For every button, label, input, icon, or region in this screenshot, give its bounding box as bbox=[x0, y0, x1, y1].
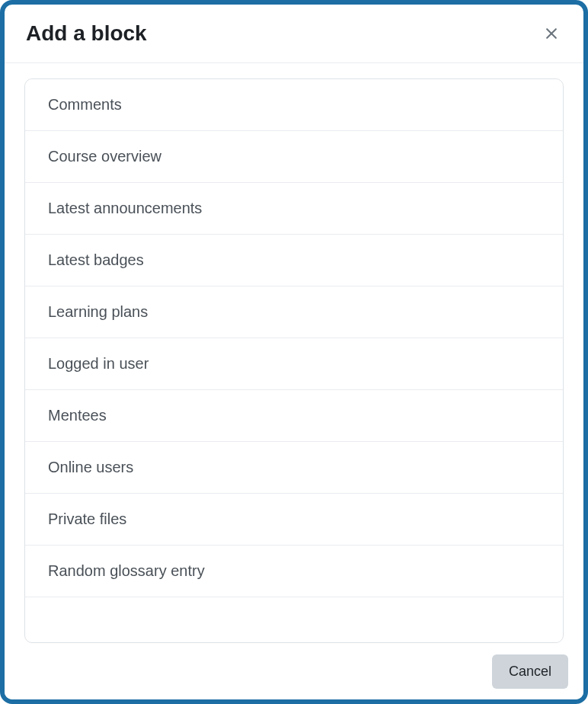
close-button[interactable] bbox=[541, 23, 562, 44]
block-item-mentees[interactable]: Mentees bbox=[25, 390, 563, 442]
block-item-label: Online users bbox=[48, 459, 133, 475]
block-item-learning-plans[interactable]: Learning plans bbox=[25, 286, 563, 338]
block-item-label: Learning plans bbox=[48, 303, 148, 320]
block-item-private-files[interactable]: Private files bbox=[25, 494, 563, 546]
modal-header: Add a block bbox=[5, 5, 583, 63]
block-item-label: Latest announcements bbox=[48, 200, 202, 216]
block-item-online-users[interactable]: Online users bbox=[25, 442, 563, 494]
modal-title: Add a block bbox=[26, 21, 147, 46]
add-block-modal: Add a block Comments Course overview Lat… bbox=[0, 0, 588, 704]
block-item-latest-announcements[interactable]: Latest announcements bbox=[25, 183, 563, 235]
block-item-comments[interactable]: Comments bbox=[25, 79, 563, 131]
modal-footer: Cancel bbox=[5, 643, 583, 699]
block-item-label: Private files bbox=[48, 510, 126, 527]
block-item-label: Course overview bbox=[48, 148, 161, 165]
block-item-label: Comments bbox=[48, 96, 122, 113]
close-icon bbox=[544, 26, 559, 41]
block-item-label: Mentees bbox=[48, 407, 107, 424]
block-item-latest-badges[interactable]: Latest badges bbox=[25, 235, 563, 286]
block-item-label: Logged in user bbox=[48, 355, 149, 372]
modal-body: Comments Course overview Latest announce… bbox=[5, 63, 583, 643]
block-item-course-overview[interactable]: Course overview bbox=[25, 131, 563, 183]
block-list: Comments Course overview Latest announce… bbox=[24, 78, 564, 643]
block-item-label: Random glossary entry bbox=[48, 562, 205, 579]
block-item-label: Latest badges bbox=[48, 251, 144, 268]
block-item-random-glossary-entry[interactable]: Random glossary entry bbox=[25, 546, 563, 597]
cancel-button[interactable]: Cancel bbox=[492, 654, 568, 689]
block-item-logged-in-user[interactable]: Logged in user bbox=[25, 338, 563, 390]
